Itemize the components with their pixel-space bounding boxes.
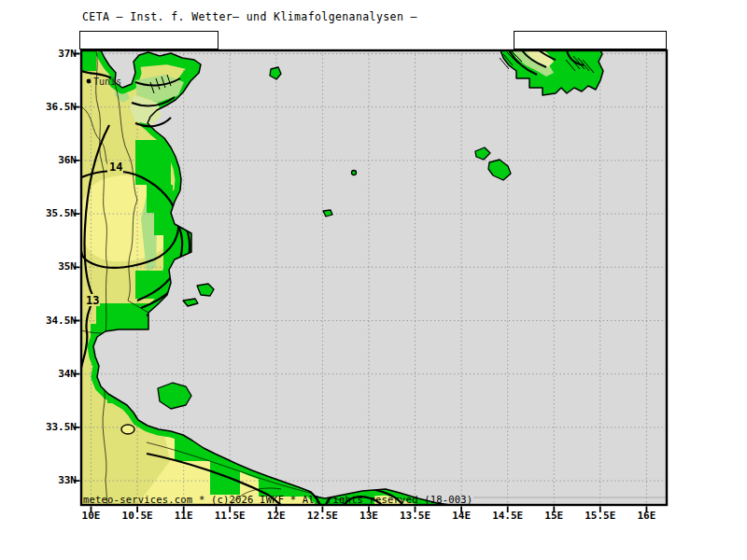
app-title: CETA – Inst. f. Wetter– und Klimafolgena… (82, 10, 417, 23)
map-svg: Tunis 14 13 (81, 50, 667, 505)
lat-tick-label: 35.5N (26, 206, 77, 221)
datetime-box: 05.01.2026 21 UTC (514, 31, 667, 49)
lat-tick-label: 34.5N (26, 314, 77, 329)
lat-tick-label: 35N (26, 259, 77, 274)
lat-tick-label: 33N (26, 473, 77, 488)
lat-tick-label: 37N (26, 47, 77, 62)
linosa-island (352, 171, 357, 175)
contour-label-14: 14 (109, 161, 122, 174)
weather-map-page: CETA – Inst. f. Wetter– und Klimafolgena… (0, 0, 747, 560)
lat-tick-label: 33.5N (26, 420, 77, 435)
lat-tick-label: 36.5N (26, 100, 77, 115)
lat-tick-label: 34N (26, 367, 77, 382)
city-dot-icon (87, 79, 92, 84)
city-label: Tunis (93, 77, 121, 87)
parameter-box: Soil-Temp_5cm_[C] (79, 31, 218, 49)
lat-tick-label: 36N (26, 153, 77, 168)
contour-label-13: 13 (86, 294, 99, 307)
salt-lake (121, 425, 134, 434)
credit-overlay: meteo-services.com * (c)2026 IWKF * All … (83, 494, 472, 505)
